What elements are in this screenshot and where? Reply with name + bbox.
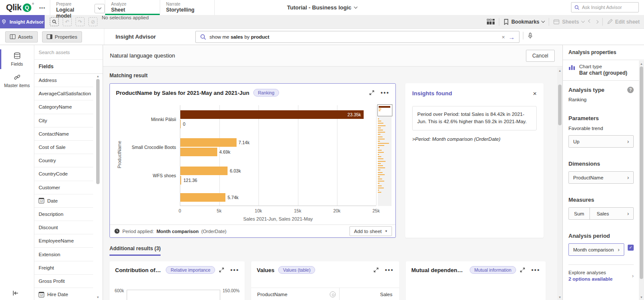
list-item[interactable]: CategoryName — [34, 100, 93, 114]
scrollbar-thumb[interactable] — [640, 67, 643, 279]
list-item[interactable]: Extension — [34, 248, 93, 261]
bar-value-label: 121.36 — [183, 178, 197, 183]
chart-minimap[interactable] — [378, 105, 392, 206]
search-assets-input[interactable] — [39, 50, 98, 55]
properties-button[interactable]: Properties — [42, 31, 82, 42]
list-item[interactable]: EmployeeName — [34, 234, 93, 248]
nlq-query-text: show me sales by product — [210, 34, 269, 39]
bookmarks-button[interactable]: Bookmarks — [504, 19, 544, 25]
list-item[interactable]: ContactName — [34, 127, 93, 141]
edit-sheet-button[interactable]: Edit sheet — [607, 19, 640, 25]
parameters-label: Parameters — [568, 115, 634, 121]
fields-scrollbar[interactable]: ▲ ▼ — [96, 74, 100, 300]
card-menu-icon[interactable]: ●●● — [385, 268, 394, 272]
minimap-bar — [378, 176, 380, 177]
y-axis-title: ProductName — [117, 104, 122, 205]
scrollbar-thumb[interactable] — [558, 85, 562, 125]
cancel-button[interactable]: Cancel — [526, 50, 555, 62]
x-axis-title: Sales 2021-Jun, Sales 2021-May — [180, 216, 376, 221]
clear-query-icon[interactable]: × — [501, 34, 505, 40]
scroll-up-icon[interactable]: ▲ — [558, 68, 562, 73]
bar[interactable]: 6.03k — [180, 167, 228, 175]
list-item[interactable]: Gross Profit — [34, 275, 93, 288]
submit-query-icon[interactable]: → — [508, 34, 515, 40]
insight-advisor-button[interactable]: Insight Advisor — [0, 15, 45, 28]
list-item[interactable]: 12Date — [34, 194, 93, 208]
x-tick-label: 15k — [294, 208, 301, 213]
trend-selector-button[interactable]: Up › — [568, 135, 634, 148]
scroll-down-icon[interactable]: ▼ — [96, 295, 100, 299]
expand-icon[interactable] — [369, 90, 374, 95]
bar[interactable]: 7.14k — [180, 138, 237, 147]
main-scrollbar[interactable]: ▲ ▼ — [557, 67, 562, 300]
dimension-selector-button[interactable]: ProductName › — [568, 171, 634, 184]
field-label: Country — [39, 158, 56, 163]
scroll-up-icon[interactable]: ▲ — [96, 74, 100, 78]
list-item[interactable]: Customer — [34, 181, 93, 194]
ask-insight-advisor-search[interactable] — [571, 2, 639, 12]
bar-value-label: 5.74k — [228, 195, 239, 200]
add-to-sheet-button[interactable]: Add to sheet ▼ — [349, 226, 392, 236]
minimap-bar — [378, 145, 384, 146]
tab-prepare[interactable]: Prepare Logical model — [50, 0, 105, 15]
list-item[interactable]: Discount — [34, 221, 93, 234]
list-item[interactable]: Cost of Sale — [34, 141, 93, 154]
sidebar-item-master-items[interactable]: Master items — [0, 70, 34, 91]
scrollbar-thumb[interactable] — [96, 79, 100, 184]
search-input[interactable] — [582, 5, 635, 10]
assets-button[interactable]: Assets — [5, 31, 38, 42]
scroll-down-icon[interactable]: ▼ — [639, 295, 644, 299]
expand-icon[interactable] — [374, 267, 379, 273]
more-menu-icon[interactable]: ••• — [39, 5, 46, 10]
column-search-icon[interactable] — [330, 291, 336, 297]
previous-sheet-button[interactable] — [589, 21, 591, 22]
help-icon[interactable]: ? — [627, 87, 634, 93]
insight-advisor-icon — [1, 19, 7, 25]
bar[interactable]: 23.35k — [180, 110, 364, 119]
list-item[interactable]: Address — [34, 74, 93, 87]
bar[interactable]: 0 — [180, 120, 181, 128]
close-icon[interactable]: × — [533, 90, 537, 97]
nlq-search-field[interactable]: show me sales by product × → — [195, 31, 519, 43]
sidebar-item-fields[interactable]: Fields — [0, 48, 34, 70]
analysis-period-button[interactable]: Month comparison › — [568, 243, 624, 256]
add-to-sheet-label: Add to sheet — [354, 229, 382, 234]
minimap-viewport[interactable] — [377, 104, 392, 116]
prepare-dropdown-button[interactable] — [94, 4, 105, 13]
table-header: ProductName Sales — [251, 288, 399, 300]
measure-selector-button[interactable]: Sum Sales › — [568, 207, 634, 220]
chart-title: Values — [257, 267, 274, 273]
bar[interactable]: 4.69k — [180, 148, 217, 156]
list-item[interactable]: CountryCode — [34, 167, 93, 181]
bar[interactable]: 121.36 — [180, 176, 181, 185]
clear-selections-icon[interactable]: ⊘ — [88, 17, 97, 26]
scroll-down-icon[interactable]: ▼ — [558, 295, 562, 299]
bar-value-label: 4.69k — [219, 149, 231, 155]
panel-scrollbar[interactable]: ▲ ▼ — [639, 61, 644, 300]
tab-additional-results[interactable]: Additional results (3) — [109, 245, 161, 256]
list-item[interactable]: City — [34, 114, 93, 127]
explore-analyses-button[interactable]: Explore analyses 2 options available › — [568, 270, 634, 282]
list-item[interactable]: AverageCallSatisfaction — [34, 87, 93, 100]
expand-icon[interactable] — [219, 267, 224, 273]
period-checkbox[interactable]: ✓ — [628, 245, 634, 251]
bar[interactable]: 5.74k — [180, 193, 225, 202]
list-item[interactable]: Freight — [34, 261, 93, 275]
tab-analyze[interactable]: Analyze Sheet — [105, 0, 160, 15]
scroll-up-icon[interactable]: ▲ — [639, 61, 644, 66]
list-item[interactable]: Description — [34, 208, 93, 221]
minimap-bar — [378, 158, 383, 159]
collapse-panel-icon[interactable] — [12, 290, 19, 297]
app-title-dropdown[interactable]: Tutorial - Business logic — [287, 0, 357, 15]
tab-narrate[interactable]: Narrate Storytelling — [160, 0, 215, 15]
card-menu-icon[interactable]: ●●● — [380, 91, 389, 95]
list-item[interactable]: 12Hire Date — [34, 288, 93, 300]
expand-icon[interactable] — [520, 267, 525, 273]
insights-grid-icon[interactable] — [487, 19, 495, 24]
list-item[interactable]: Country — [34, 154, 93, 167]
card-menu-icon[interactable]: ●●● — [531, 268, 540, 272]
next-sheet-button[interactable] — [595, 21, 598, 23]
card-menu-icon[interactable]: ●●● — [230, 268, 239, 272]
microphone-icon[interactable] — [527, 33, 533, 39]
sheets-button[interactable]: Sheets — [553, 19, 584, 25]
